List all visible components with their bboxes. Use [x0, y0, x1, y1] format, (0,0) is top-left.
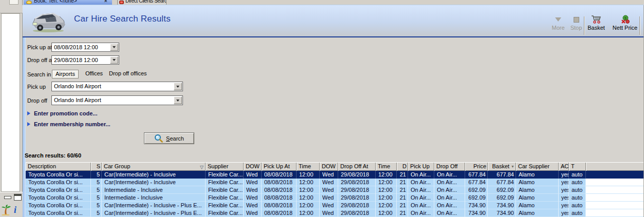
nett-price-button[interactable]: $ Nett Price: [611, 14, 639, 35]
column-header-price[interactable]: Price: [465, 162, 488, 171]
tab-book[interactable]: Book: Ten: <none> ✕: [24, 0, 112, 5]
column-header-car-group[interactable]: Car Group▽: [102, 162, 206, 171]
table-cell: Flexible Car...: [206, 179, 244, 186]
dock-panel-button[interactable]: [9, 0, 19, 5]
table-row[interactable]: Toyota Corolla Or si...5Car(Intermediate…: [26, 179, 644, 186]
table-cell: 29/08/2018: [338, 186, 376, 194]
table-cell: auto: [569, 171, 586, 179]
basket-button[interactable]: Basket: [585, 14, 608, 35]
table-cell: Wed: [320, 202, 338, 209]
table-cell: 677.84: [465, 171, 488, 179]
table-cell: yes: [559, 171, 569, 179]
table-cell: On Air...: [434, 186, 465, 194]
table-cell: yes: [559, 202, 569, 209]
book-tab-icon: [26, 1, 32, 4]
membership-number-expander[interactable]: Enter membership number...: [27, 121, 111, 127]
pickup-value: Orlando Intl Airport: [54, 83, 101, 90]
dropoff-at-label: Drop off at: [27, 57, 53, 63]
table-cell: 692.09: [465, 186, 488, 194]
table-cell: 21: [397, 171, 408, 179]
table-cell: On Air...: [408, 202, 434, 209]
table-row[interactable]: Toyota Corolla Or si...5Car(Intermediate…: [26, 202, 644, 209]
column-header-description[interactable]: Description: [26, 162, 91, 171]
table-cell: auto: [569, 209, 586, 217]
table-cell: 5: [91, 209, 102, 217]
table-cell: 29/08/2018: [338, 194, 376, 202]
column-header-ac[interactable]: AC: [559, 162, 569, 171]
table-cell: 08/08/2018: [262, 171, 297, 179]
table-cell: Wed: [320, 186, 338, 194]
dropoff-at-value: 29/08/2018 12:00: [54, 56, 98, 64]
column-header-time[interactable]: Time: [297, 162, 320, 171]
table-cell: 12:00: [297, 186, 320, 194]
dropoff-at-dropdown-button[interactable]: [110, 56, 118, 64]
table-cell: [586, 202, 644, 209]
search-icon: [154, 134, 163, 143]
nett-price-label: Nett Price: [611, 25, 639, 31]
close-icon[interactable]: ✕: [104, 0, 108, 4]
table-cell: On Air...: [408, 209, 434, 217]
search-in-option-dropoff-offices[interactable]: Drop off offices: [106, 70, 150, 78]
column-header-drop-off[interactable]: Drop Off: [434, 162, 465, 171]
column-header-pick-up[interactable]: Pick Up: [408, 162, 434, 171]
column-header-d[interactable]: D: [397, 162, 408, 171]
chevron-down-icon: [113, 46, 116, 48]
filter-icon[interactable]: ▽: [200, 163, 204, 171]
search-in-option-airports[interactable]: Airports: [52, 70, 79, 78]
column-header-blank[interactable]: [586, 162, 644, 171]
table-cell: Wed: [244, 202, 262, 209]
table-cell: Wed: [244, 171, 262, 179]
table-cell: [586, 194, 644, 202]
table-cell: 08/08/2018: [262, 179, 297, 186]
table-cell: yes: [559, 186, 569, 194]
palm-tree-icon[interactable]: [1, 204, 11, 216]
table-cell: auto: [569, 194, 586, 202]
column-header-car-supplier[interactable]: Car Supplier: [516, 162, 559, 171]
column-header-basket[interactable]: Basket▼: [488, 162, 516, 171]
expander-arrow-icon: [27, 122, 30, 126]
table-cell: 734.90: [465, 209, 488, 217]
info-icon[interactable]: i: [14, 205, 16, 215]
table-row[interactable]: Toyota Corolla Or si...5Car(Intermediate…: [26, 209, 644, 217]
dropoff-combo[interactable]: Orlando Intl Airport: [51, 95, 183, 105]
table-row[interactable]: Toyota Corolla Or si...5Intermediate - I…: [26, 194, 644, 202]
table-cell: 5: [91, 171, 102, 179]
column-header-s[interactable]: S: [91, 162, 102, 171]
tab-direct-clients-search[interactable]: Direct Clients Search: [117, 0, 167, 5]
column-header-drop-off-at[interactable]: Drop Off At: [338, 162, 376, 171]
table-row[interactable]: Toyota Corolla Or si...5Intermediate - I…: [26, 186, 644, 194]
table-cell: Wed: [320, 179, 338, 186]
minimized-window-icon[interactable]: [4, 196, 11, 199]
column-header-dow[interactable]: DOW: [244, 162, 262, 171]
promotion-code-expander[interactable]: Enter promotion code...: [27, 110, 97, 116]
column-header-supplier[interactable]: Supplier: [206, 162, 244, 171]
car-hire-search-window: i Book: Ten: <none> ✕ Direct Clients Sea…: [0, 0, 644, 217]
table-cell: 677.84: [465, 179, 488, 186]
search-button[interactable]: Search: [144, 132, 194, 144]
column-header-time[interactable]: Time: [376, 162, 397, 171]
search-in-option-offices[interactable]: Offices: [82, 70, 106, 78]
column-header-dow[interactable]: DOW: [320, 162, 338, 171]
table-cell: On Air...: [408, 179, 434, 186]
table-cell: Wed: [244, 186, 262, 194]
column-header-pick-up-at[interactable]: Pick Up At: [262, 162, 297, 171]
dropoff-at-field[interactable]: 29/08/2018 12:00: [51, 55, 119, 65]
table-cell: Flexible Car...: [206, 186, 244, 194]
column-header-t[interactable]: T: [569, 162, 586, 171]
table-cell: [586, 186, 644, 194]
pickup-at-dropdown-button[interactable]: [110, 44, 118, 51]
window-icon[interactable]: [14, 194, 22, 201]
pickup-dropdown-button[interactable]: [174, 83, 182, 90]
table-row[interactable]: Toyota Corolla Or si...5Car(Intermediate…: [26, 171, 644, 179]
expander-arrow-icon: [27, 111, 30, 115]
stop-icon: [574, 17, 579, 23]
toolbar-separator-right: [639, 16, 640, 35]
dropoff-label: Drop off: [27, 97, 47, 104]
table-cell: 734.90: [465, 202, 488, 209]
pickup-at-value: 08/08/2018 12:00: [54, 44, 98, 51]
pickup-at-field[interactable]: 08/08/2018 12:00: [51, 43, 119, 52]
dropoff-dropdown-button[interactable]: [174, 96, 182, 104]
table-cell: 29/08/2018: [338, 171, 376, 179]
pickup-combo[interactable]: Orlando Intl Airport: [51, 82, 183, 91]
results-table-body: Toyota Corolla Or si...5Car(Intermediate…: [26, 171, 644, 217]
